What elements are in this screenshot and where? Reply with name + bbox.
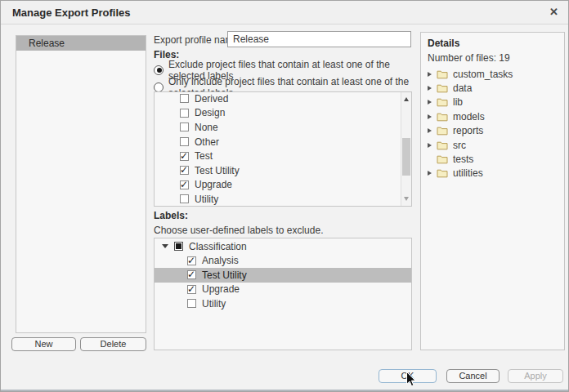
expand-arrow-icon[interactable]	[428, 86, 432, 91]
checkbox-icon[interactable]	[180, 94, 189, 103]
folder-tree-row[interactable]: src	[421, 138, 564, 152]
scroll-thumb[interactable]	[402, 138, 410, 176]
tree-child-label: Upgrade	[202, 283, 240, 295]
folder-icon	[437, 69, 448, 79]
mouse-cursor-icon	[405, 372, 417, 388]
tree-child-label: Utility	[202, 298, 226, 310]
folder-label: lib	[453, 96, 463, 108]
radio-icon[interactable]	[154, 65, 164, 75]
checkbox-icon[interactable]	[187, 270, 196, 279]
labels-subheading: Choose user-defined labels to exclude.	[154, 225, 323, 236]
collapse-arrow-icon[interactable]	[162, 244, 168, 248]
expand-arrow-icon[interactable]	[428, 128, 432, 133]
folder-label: tests	[453, 154, 473, 165]
checkbox-icon[interactable]	[174, 242, 183, 251]
files-listbox[interactable]: Derived Design None Other Test Test Util…	[154, 91, 412, 207]
export-profile-name-input[interactable]	[227, 31, 411, 47]
folder-tree-row[interactable]: custom_tasks	[421, 67, 564, 81]
folder-tree-row[interactable]: utilities	[421, 167, 564, 180]
details-heading: Details	[428, 38, 459, 49]
radio-icon[interactable]	[154, 82, 164, 92]
file-label-row[interactable]: Test	[155, 149, 401, 163]
details-folder-tree[interactable]: custom_tasks data lib models reports	[421, 67, 564, 180]
file-count-label: Number of files: 19	[428, 52, 510, 64]
new-button[interactable]: New	[11, 337, 76, 351]
apply-button[interactable]: Apply	[508, 369, 563, 383]
profile-list-item[interactable]: Release	[16, 36, 146, 51]
scroll-down-icon[interactable]	[404, 197, 409, 201]
tree-child-row[interactable]: Analysis	[155, 254, 411, 269]
cancel-button[interactable]: Cancel	[446, 369, 500, 383]
checkbox-icon[interactable]	[180, 152, 189, 161]
checkbox-icon[interactable]	[180, 122, 189, 131]
files-scrollbar[interactable]	[401, 92, 411, 206]
dialog-title: Manage Export Profiles	[12, 7, 130, 19]
labels-heading: Labels:	[154, 210, 188, 221]
file-label-row[interactable]: Utility	[155, 192, 401, 207]
folder-label: src	[453, 140, 466, 151]
folder-label: utilities	[453, 167, 483, 179]
folder-label: reports	[453, 125, 483, 136]
folder-tree-row[interactable]: data	[421, 81, 564, 95]
folder-icon	[437, 83, 448, 93]
folder-icon	[437, 112, 448, 122]
tree-child-row[interactable]: Upgrade	[155, 283, 411, 297]
expand-arrow-icon[interactable]	[428, 171, 432, 176]
tree-child-row[interactable]: Test Utility	[155, 268, 411, 283]
folder-icon	[437, 126, 448, 136]
profiles-list[interactable]: Release	[16, 35, 146, 333]
file-label-row[interactable]: Test Utility	[155, 163, 401, 178]
file-label-text: Upgrade	[195, 179, 232, 190]
expand-arrow-icon[interactable]	[428, 143, 432, 148]
profile-label: Release	[29, 38, 65, 49]
folder-icon	[437, 97, 448, 107]
file-label-text: Derived	[195, 93, 228, 105]
file-label-row[interactable]: None	[155, 120, 401, 135]
title-bar: Manage Export Profiles ✕	[1, 1, 568, 24]
folder-label: custom_tasks	[453, 69, 513, 80]
folder-icon	[437, 140, 448, 150]
scroll-up-icon[interactable]	[404, 97, 409, 101]
tree-item-classification[interactable]: Classification	[155, 239, 411, 254]
details-panel: Details Number of files: 19 custom_tasks…	[420, 32, 565, 350]
folder-tree-row[interactable]: lib	[421, 96, 564, 109]
checkbox-icon[interactable]	[180, 137, 189, 146]
manage-export-profiles-dialog: Manage Export Profiles ✕ Release New Del…	[0, 0, 569, 392]
checkbox-icon[interactable]	[187, 285, 196, 294]
checkbox-icon[interactable]	[187, 299, 196, 308]
checkbox-icon[interactable]	[180, 194, 189, 203]
checkbox-icon[interactable]	[180, 166, 189, 175]
checkbox-icon[interactable]	[180, 109, 189, 118]
tree-item-label: Classification	[189, 241, 247, 252]
delete-button[interactable]: Delete	[80, 337, 146, 351]
file-label-row[interactable]: Other	[155, 135, 401, 149]
tree-child-label: Analysis	[202, 255, 239, 266]
expand-arrow-icon[interactable]	[428, 100, 432, 105]
file-label-text: Test Utility	[195, 165, 240, 176]
folder-tree-row[interactable]: models	[421, 109, 564, 123]
file-label-text: Test	[195, 150, 213, 162]
file-label-row[interactable]: Design	[155, 106, 401, 121]
expand-arrow-icon[interactable]	[428, 114, 432, 119]
folder-label: data	[453, 82, 472, 94]
file-label-text: Other	[195, 136, 219, 148]
checkbox-icon[interactable]	[187, 256, 196, 265]
file-label-text: Utility	[195, 194, 218, 205]
folder-tree-row[interactable]: reports	[421, 124, 564, 138]
window-bottom-edge	[1, 390, 568, 391]
file-label-text: Design	[195, 107, 225, 118]
tree-child-label: Test Utility	[202, 270, 247, 281]
file-label-text: None	[195, 122, 218, 133]
labels-tree[interactable]: Classification Analysis Test Utility Upg…	[154, 238, 412, 350]
folder-icon	[437, 154, 448, 164]
close-icon[interactable]: ✕	[549, 6, 558, 18]
files-radio-group: Exclude project files that contain at le…	[154, 61, 412, 96]
checkbox-icon[interactable]	[180, 180, 189, 189]
expand-arrow-icon[interactable]	[428, 72, 432, 77]
folder-label: models	[453, 111, 485, 122]
file-label-row[interactable]: Derived	[155, 91, 401, 106]
file-label-row[interactable]: Upgrade	[155, 178, 401, 193]
tree-child-row[interactable]: Utility	[155, 296, 411, 311]
folder-tree-row[interactable]: tests	[421, 152, 564, 166]
folder-icon	[437, 168, 448, 178]
